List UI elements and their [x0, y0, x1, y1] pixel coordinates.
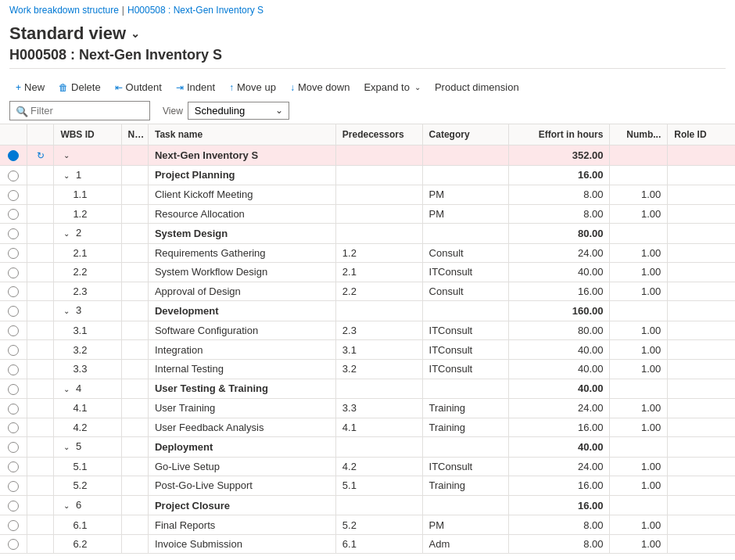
cell-select[interactable] [0, 243, 27, 263]
new-button[interactable]: + New [9, 78, 51, 96]
delete-button[interactable]: 🗑 Delete [52, 78, 107, 96]
cell-select[interactable] [0, 399, 27, 418]
radio[interactable] [8, 228, 19, 239]
radio[interactable] [8, 384, 19, 395]
collapse-icon[interactable]: ⌄ [60, 305, 73, 318]
breadcrumb-link-wbs[interactable]: Work breakdown structure [9, 5, 119, 16]
table-row[interactable]: 2.1Requirements Gathering1.2Consult24.00… [0, 243, 735, 263]
table-row[interactable]: 5.1Go-Live Setup4.2ITConsult24.001.00 [0, 457, 735, 476]
table-row[interactable]: 4.1User Training3.3Training24.001.00 [0, 399, 735, 418]
table-row[interactable]: 3.1Software Configuration2.3ITConsult80.… [0, 321, 735, 340]
outdent-button[interactable]: ⇤ Outdent [109, 78, 168, 96]
cell-task[interactable]: User Training [148, 399, 335, 418]
cell-task[interactable]: Invoice Submission [148, 534, 335, 554]
cell-task[interactable]: Internal Testing [148, 359, 335, 379]
cell-select[interactable] [0, 165, 27, 185]
radio[interactable] [8, 520, 19, 531]
cell-task[interactable]: Integration [148, 340, 335, 360]
cell-task[interactable]: Go-Live Setup [148, 457, 335, 476]
move-down-button[interactable]: ↓ Move down [284, 78, 356, 96]
cell-select[interactable] [0, 340, 27, 360]
collapse-icon[interactable]: ⌄ [60, 169, 73, 181]
col-header-n[interactable]: N... [121, 124, 148, 145]
cell-select[interactable] [0, 437, 27, 458]
table-row[interactable]: 3.2Integration3.1ITConsult40.001.00 [0, 340, 735, 360]
table-row[interactable]: 6.2Invoice Submission6.1Adm8.001.00 [0, 534, 735, 554]
cell-task[interactable]: Next-Gen Inventory S [148, 145, 335, 166]
col-header-wbs[interactable]: WBS ID [54, 124, 121, 145]
collapse-icon[interactable]: ⌄ [60, 441, 73, 454]
cell-task[interactable]: User Testing & Training [148, 379, 335, 399]
radio[interactable] [8, 461, 19, 472]
cell-select[interactable] [0, 282, 27, 301]
cell-task[interactable]: Post-Go-Live Support [148, 476, 335, 496]
cell-task[interactable]: System Workflow Design [148, 263, 335, 282]
cell-select[interactable] [0, 301, 27, 321]
table-row[interactable]: ⌄ 4User Testing & Training40.00 [0, 379, 735, 399]
collapse-icon[interactable]: ⌄ [60, 228, 73, 240]
table-row[interactable]: ↻⌄Next-Gen Inventory S352.00 [0, 145, 735, 166]
col-header-task[interactable]: Task name [148, 124, 335, 145]
cell-select[interactable] [0, 204, 27, 224]
col-header-numb[interactable]: Numb... [610, 124, 668, 145]
cell-select[interactable] [0, 476, 27, 496]
table-row[interactable]: 3.3Internal Testing3.2ITConsult40.001.00 [0, 359, 735, 379]
cell-task[interactable]: System Design [148, 224, 335, 244]
view-title-chevron[interactable]: ⌄ [131, 27, 140, 40]
cell-task[interactable]: Final Reports [148, 515, 335, 535]
col-header-effort[interactable]: Effort in hours [509, 124, 610, 145]
radio[interactable] [8, 209, 19, 220]
cell-select[interactable] [0, 185, 27, 205]
cell-task[interactable]: Development [148, 301, 335, 321]
radio[interactable] [8, 364, 19, 375]
radio[interactable] [8, 171, 19, 181]
radio[interactable] [8, 267, 19, 278]
cell-select[interactable] [0, 379, 27, 399]
table-row[interactable]: 4.2User Feedback Analysis4.1Training16.0… [0, 418, 735, 437]
radio[interactable] [8, 345, 19, 356]
table-row[interactable]: 1.1Client Kickoff MeetingPM8.001.00 [0, 185, 735, 205]
table-row[interactable]: 6.1Final Reports5.2PM8.001.00 [0, 515, 735, 535]
collapse-icon[interactable]: ⌄ [60, 149, 73, 162]
move-up-button[interactable]: ↑ Move up [223, 78, 282, 96]
radio[interactable] [8, 190, 19, 201]
cell-task[interactable]: Requirements Gathering [148, 243, 335, 263]
collapse-icon[interactable]: ⌄ [60, 382, 73, 395]
col-header-pred[interactable]: Predecessors [335, 124, 422, 145]
col-header-role[interactable]: Role ID [668, 124, 735, 145]
breadcrumb-link-project[interactable]: H000508 : Next-Gen Inventory S [127, 5, 264, 16]
cell-select[interactable] [0, 515, 27, 535]
cell-task[interactable]: Deployment [148, 437, 335, 458]
cell-task[interactable]: Software Configuration [148, 321, 335, 340]
table-row[interactable]: ⌄ 6Project Closure16.00 [0, 495, 735, 515]
cell-select[interactable] [0, 224, 27, 244]
indent-button[interactable]: ⇥ Indent [170, 78, 221, 96]
cell-select[interactable] [0, 321, 27, 340]
table-row[interactable]: ⌄ 2System Design80.00 [0, 224, 735, 244]
table-row[interactable]: 2.2System Workflow Design2.1ITConsult40.… [0, 263, 735, 282]
refresh-icon[interactable]: ↻ [37, 150, 45, 161]
cell-task[interactable]: Project Planning [148, 165, 335, 185]
cell-select[interactable] [0, 418, 27, 437]
radio[interactable] [8, 286, 19, 297]
cell-task[interactable]: Resource Allocation [148, 204, 335, 224]
radio[interactable] [8, 442, 19, 453]
radio[interactable] [8, 481, 19, 492]
cell-task[interactable]: Approval of Design [148, 282, 335, 301]
cell-select[interactable] [0, 495, 27, 515]
product-dimension-button[interactable]: Product dimension [428, 78, 525, 96]
filter-input[interactable] [9, 101, 150, 120]
radio[interactable] [8, 248, 19, 259]
cell-select[interactable] [0, 263, 27, 282]
cell-task[interactable]: Project Closure [148, 495, 335, 515]
cell-select[interactable] [0, 145, 27, 166]
cell-task[interactable]: User Feedback Analysis [148, 418, 335, 437]
table-row[interactable]: ⌄ 5Deployment40.00 [0, 437, 735, 458]
cell-select[interactable] [0, 359, 27, 379]
view-select[interactable]: Scheduling All Effort tracking Cost trac… [188, 102, 289, 120]
radio[interactable] [8, 501, 19, 512]
radio[interactable] [8, 404, 19, 415]
cell-select[interactable] [0, 534, 27, 554]
table-row[interactable]: 5.2Post-Go-Live Support5.1Training16.001… [0, 476, 735, 496]
cell-task[interactable]: Client Kickoff Meeting [148, 185, 335, 205]
